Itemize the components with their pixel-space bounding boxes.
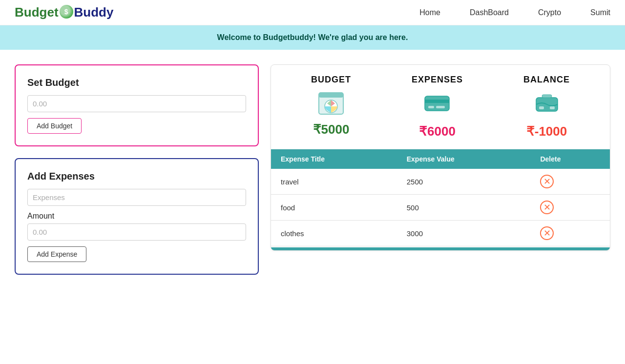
svg-rect-11 (542, 95, 552, 98)
nav-dashboard[interactable]: DashBoard (470, 8, 509, 17)
budget-label: BUDGET (311, 75, 351, 85)
expense-value-cell: 2500 (397, 169, 531, 195)
budget-value: ₹5000 (313, 122, 350, 137)
expense-title-input[interactable] (27, 189, 246, 206)
svg-rect-4 (425, 100, 449, 103)
add-expense-button[interactable]: Add Expense (27, 246, 86, 262)
welcome-banner: Welcome to Budgetbuddy! We're glad you a… (0, 25, 625, 50)
budget-icon (316, 89, 346, 118)
delete-button[interactable]: ✕ (540, 175, 554, 188)
delete-icon: ✕ (540, 175, 554, 188)
budget-summary: BUDGET ₹5000 (311, 75, 351, 139)
expense-title-cell: travel (271, 169, 397, 195)
svg-rect-5 (428, 106, 434, 108)
logo-budget-text: Budget (15, 5, 59, 20)
expenses-icon (422, 89, 452, 120)
svg-rect-6 (436, 106, 445, 108)
col-delete: Delete (530, 149, 610, 169)
delete-icon: ✕ (540, 201, 554, 214)
set-budget-card: Set Budget Add Budget (15, 64, 259, 146)
logo-buddy-text: Buddy (74, 5, 114, 20)
expense-value-cell: 500 (397, 195, 531, 221)
balance-label: BALANCE (523, 75, 570, 85)
navbar: Budget Buddy Home DashBoard Crypto Sumit (0, 0, 625, 25)
svg-rect-3 (425, 96, 449, 111)
col-expense-value: Expense Value (397, 149, 531, 169)
nav-links: Home DashBoard Crypto Sumit (419, 8, 610, 17)
delete-button[interactable]: ✕ (540, 201, 554, 214)
expenses-label: EXPENSES (412, 75, 463, 85)
delete-icon: ✕ (540, 226, 554, 240)
set-budget-title: Set Budget (27, 77, 246, 88)
expenses-summary: EXPENSES ₹6000 (412, 75, 463, 139)
expenses-value: ₹6000 (419, 124, 456, 139)
table-row: food 500 ✕ (271, 195, 610, 221)
add-expense-title: Add Expenses (27, 171, 246, 182)
right-panel: BUDGET ₹5000 EXPENSES (271, 64, 610, 251)
amount-label: Amount (27, 212, 246, 221)
budget-input[interactable] (27, 95, 246, 112)
add-budget-button[interactable]: Add Budget (27, 118, 82, 134)
table-row: clothes 3000 ✕ (271, 221, 610, 246)
expense-table: Expense Title Expense Value Delete trave… (271, 149, 610, 246)
left-panel: Set Budget Add Budget Add Expenses Amoun… (15, 64, 259, 275)
logo-icon (60, 5, 73, 19)
delete-cell: ✕ (530, 169, 610, 195)
add-expense-card: Add Expenses Amount Add Expense (15, 158, 259, 275)
delete-cell: ✕ (530, 221, 610, 246)
expense-value-cell: 3000 (397, 221, 531, 246)
nav-home[interactable]: Home (419, 8, 440, 17)
table-bottom-bar (271, 247, 610, 250)
svg-rect-1 (319, 93, 343, 98)
balance-summary: BALANCE ₹-1000 (523, 75, 570, 139)
delete-button[interactable]: ✕ (540, 226, 554, 240)
main-content: Set Budget Add Budget Add Expenses Amoun… (0, 50, 625, 289)
table-header: Expense Title Expense Value Delete (271, 149, 610, 169)
nav-sumit[interactable]: Sumit (590, 8, 610, 17)
svg-rect-9 (539, 106, 544, 109)
expense-title-cell: clothes (271, 221, 397, 246)
amount-input[interactable] (27, 223, 246, 241)
summary-row: BUDGET ₹5000 EXPENSES (271, 75, 610, 149)
table-row: travel 2500 ✕ (271, 169, 610, 195)
balance-value: ₹-1000 (526, 124, 567, 139)
svg-rect-10 (550, 106, 555, 109)
expense-title-cell: food (271, 195, 397, 221)
logo: Budget Buddy (15, 5, 113, 20)
expense-table-body: travel 2500 ✕ food 500 ✕ clothes 3000 ✕ (271, 169, 610, 246)
delete-cell: ✕ (530, 195, 610, 221)
balance-icon (532, 89, 562, 120)
nav-crypto[interactable]: Crypto (538, 8, 561, 17)
col-expense-title: Expense Title (271, 149, 397, 169)
